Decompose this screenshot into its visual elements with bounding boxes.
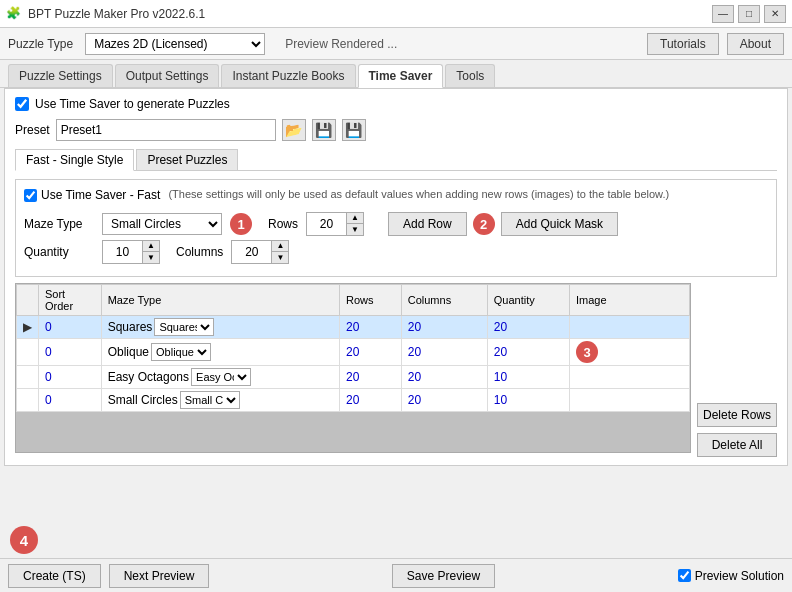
maze-type-row-select[interactable]: Oblique (151, 343, 211, 361)
save-as-button[interactable]: 💾 (342, 119, 366, 141)
row-arrow: ▶ (17, 316, 39, 339)
table-row[interactable]: ▶ 0 Squares Squares 20 20 (17, 316, 690, 339)
columns-input[interactable] (232, 241, 272, 263)
open-folder-button[interactable]: 📂 (282, 119, 306, 141)
restore-button[interactable]: □ (738, 5, 760, 23)
badge-1: 1 (230, 213, 252, 235)
save-button[interactable]: 💾 (312, 119, 336, 141)
col-sort-order: SortOrder (39, 285, 102, 316)
columns-cell: 20 (401, 366, 487, 389)
col-columns: Columns (401, 285, 487, 316)
col-maze-type: Maze Type (101, 285, 339, 316)
maze-type-row-select[interactable]: Squares (154, 318, 214, 336)
col-quantity: Quantity (487, 285, 569, 316)
columns-down-button[interactable]: ▼ (272, 252, 288, 263)
maze-type-cell: Small Circles Small Circles (101, 389, 339, 412)
image-cell (570, 316, 690, 339)
columns-label: Columns (176, 245, 223, 259)
tab-tools[interactable]: Tools (445, 64, 495, 87)
tutorials-button[interactable]: Tutorials (647, 33, 719, 55)
puzzle-table-container: SortOrder Maze Type Rows Columns Quantit… (15, 283, 691, 453)
enable-timesaver-checkbox[interactable] (15, 97, 29, 111)
add-quick-mask-button[interactable]: Add Quick Mask (501, 212, 618, 236)
sort-order-cell: 0 (39, 366, 102, 389)
tab-puzzle-settings[interactable]: Puzzle Settings (8, 64, 113, 87)
app-icon: 🧩 (6, 6, 22, 22)
main-content: Use Time Saver to generate Puzzles Prese… (4, 88, 788, 466)
puzzle-type-select[interactable]: Mazes 2D (Licensed) (85, 33, 265, 55)
maze-type-cell: Squares Squares (101, 316, 339, 339)
gray-area (16, 412, 690, 452)
enable-checkbox-row: Use Time Saver to generate Puzzles (15, 97, 777, 111)
use-fast-label: Use Time Saver - Fast (41, 188, 160, 202)
use-fast-checkbox[interactable] (24, 189, 37, 202)
add-row-button[interactable]: Add Row (388, 212, 467, 236)
preset-label: Preset (15, 123, 50, 137)
quantity-down-button[interactable]: ▼ (143, 252, 159, 263)
app-title: BPT Puzzle Maker Pro v2022.6.1 (28, 7, 712, 21)
rows-cell: 20 (340, 339, 402, 366)
table-row[interactable]: 0 Small Circles Small Circles 20 20 10 (17, 389, 690, 412)
preview-solution-checkbox[interactable] (678, 569, 691, 582)
rows-input[interactable] (307, 213, 347, 235)
preview-status: Preview Rendered ... (285, 37, 635, 51)
image-cell (570, 366, 690, 389)
columns-spinner[interactable]: ▲ ▼ (231, 240, 289, 264)
tab-time-saver[interactable]: Time Saver (358, 64, 444, 88)
maze-type-select[interactable]: Small Circles (102, 213, 222, 235)
quantity-row: Quantity ▲ ▼ Columns ▲ ▼ (24, 240, 768, 264)
rows-label: Rows (268, 217, 298, 231)
maze-type-label: Maze Type (24, 217, 94, 231)
next-preview-button[interactable]: Next Preview (109, 564, 210, 588)
rows-down-button[interactable]: ▼ (347, 224, 363, 235)
tab-instant-puzzle-books[interactable]: Instant Puzzle Books (221, 64, 355, 87)
sort-order-cell: 0 (39, 339, 102, 366)
sub-tabs: Fast - Single Style Preset Puzzles (15, 149, 777, 171)
image-cell (570, 389, 690, 412)
delete-all-button[interactable]: Delete All (697, 433, 777, 457)
col-rows: Rows (340, 285, 402, 316)
create-ts-button[interactable]: Create (TS) (8, 564, 101, 588)
about-button[interactable]: About (727, 33, 784, 55)
minimize-button[interactable]: — (712, 5, 734, 23)
maze-type-row-select[interactable]: Easy Octagons (191, 368, 251, 386)
badge-3: 3 (576, 341, 598, 363)
menu-bar: Puzzle Type Mazes 2D (Licensed) Preview … (0, 28, 792, 60)
rows-up-button[interactable]: ▲ (347, 213, 363, 224)
image-cell: 3 (570, 339, 690, 366)
preset-input[interactable]: Preset1 (56, 119, 276, 141)
rows-spinner[interactable]: ▲ ▼ (306, 212, 364, 236)
columns-cell: 20 (401, 316, 487, 339)
settings-section: Use Time Saver - Fast (These settings wi… (15, 179, 777, 277)
quantity-input[interactable] (103, 241, 143, 263)
rows-cell: 20 (340, 316, 402, 339)
main-tabs: Puzzle Settings Output Settings Instant … (0, 60, 792, 88)
columns-up-button[interactable]: ▲ (272, 241, 288, 252)
puzzle-type-label: Puzzle Type (8, 37, 73, 51)
badge-2: 2 (473, 213, 495, 235)
quantity-up-button[interactable]: ▲ (143, 241, 159, 252)
quantity-spinner[interactable]: ▲ ▼ (102, 240, 160, 264)
save-preview-button[interactable]: Save Preview (392, 564, 495, 588)
preview-solution-label: Preview Solution (695, 569, 784, 583)
quantity-cell: 10 (487, 389, 569, 412)
rows-cell: 20 (340, 389, 402, 412)
preview-solution-row: Preview Solution (678, 569, 784, 583)
table-row[interactable]: 0 Oblique Oblique 20 20 20 (17, 339, 690, 366)
maze-type-row-select[interactable]: Small Circles (180, 391, 240, 409)
subtab-fast-single[interactable]: Fast - Single Style (15, 149, 134, 171)
subtab-preset-puzzles[interactable]: Preset Puzzles (136, 149, 238, 170)
col-image: Image (570, 285, 690, 316)
badge-4: 4 (10, 526, 38, 554)
row-arrow (17, 366, 39, 389)
table-row[interactable]: 0 Easy Octagons Easy Octagons 20 20 10 (17, 366, 690, 389)
maze-type-row: Maze Type Small Circles 1 Rows ▲ ▼ Add R… (24, 212, 768, 236)
tab-output-settings[interactable]: Output Settings (115, 64, 220, 87)
col-arrow (17, 285, 39, 316)
quantity-cell: 10 (487, 366, 569, 389)
enable-timesaver-label: Use Time Saver to generate Puzzles (35, 97, 230, 111)
delete-rows-button[interactable]: Delete Rows (697, 403, 777, 427)
close-button[interactable]: ✕ (764, 5, 786, 23)
preset-row: Preset Preset1 📂 💾 💾 (15, 119, 777, 141)
maze-type-cell: Oblique Oblique (101, 339, 339, 366)
